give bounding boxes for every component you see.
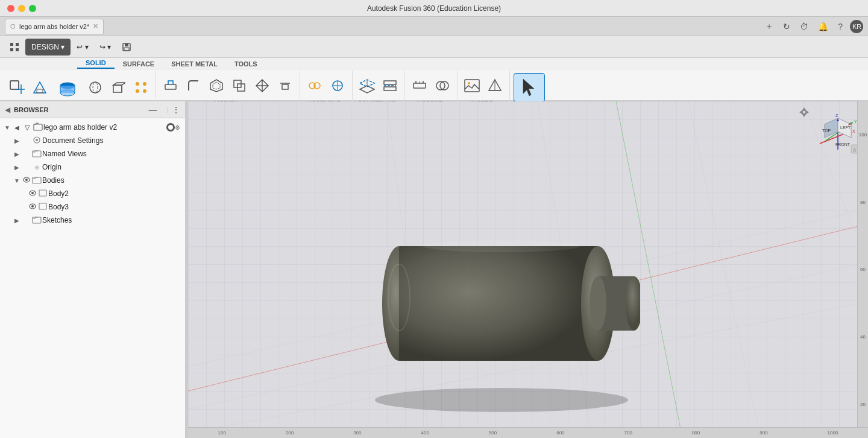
help-button[interactable]: ?	[835, 21, 845, 33]
maximize-button[interactable]	[29, 5, 36, 12]
tree-item-sketches[interactable]: ▶ Sketches	[0, 214, 185, 227]
extrude-button[interactable]	[52, 73, 83, 102]
svg-rect-64	[39, 190, 46, 196]
tree-vis-bodies[interactable]	[22, 176, 31, 185]
undo-button[interactable]: ↩ ▾	[72, 39, 93, 56]
offset-plane-button[interactable]	[356, 74, 378, 97]
tree-icon-bodies	[31, 176, 42, 185]
shell-button[interactable]	[206, 74, 227, 97]
svg-point-17	[90, 82, 101, 93]
insert-image-button[interactable]	[461, 74, 483, 97]
tree-vis-root[interactable]: ◀	[12, 124, 22, 131]
design-menu-button[interactable]: DESIGN ▾	[25, 39, 71, 56]
tree-arrow-doc: ▶	[12, 138, 22, 144]
user-button[interactable]: KR	[850, 20, 863, 33]
tree-settings-root[interactable]: ⚙	[175, 124, 180, 131]
svg-text:⌂: ⌂	[853, 147, 856, 153]
tree-item-named-views[interactable]: ▶ Named Views	[0, 147, 185, 160]
svg-rect-43	[414, 83, 426, 88]
refresh-button[interactable]: ↻	[781, 21, 793, 33]
svg-rect-67	[39, 203, 46, 209]
svg-point-50	[468, 82, 470, 84]
browser-header: ◀ BROWSER — | ⋮	[0, 101, 185, 118]
add-tab-button[interactable]: ＋	[763, 20, 776, 33]
tree-arrow-bodies: ▼	[12, 177, 22, 184]
history-button[interactable]: ⏱	[797, 21, 811, 33]
nav-btn-container	[798, 106, 810, 121]
box-button[interactable]	[107, 76, 129, 99]
tree-vis-body3[interactable]	[28, 203, 37, 211]
grid-menu-button[interactable]	[5, 39, 24, 56]
svg-rect-19	[113, 85, 122, 92]
tree-item-doc-settings[interactable]: ▶ Document Settings	[0, 134, 185, 147]
notification-button[interactable]: 🔔	[816, 21, 831, 33]
tree-vis-body2[interactable]	[28, 189, 37, 198]
select-button[interactable]	[514, 73, 545, 102]
as-built-joint-button[interactable]	[327, 74, 348, 97]
align-button[interactable]	[274, 74, 296, 97]
svg-text:LEFT: LEFT	[840, 125, 851, 130]
file-tab[interactable]: ⬡ lego arm abs holder v2* ✕	[5, 19, 104, 34]
svg-point-22	[136, 82, 139, 86]
close-button[interactable]	[7, 5, 14, 12]
file-tab-close[interactable]: ✕	[93, 22, 98, 30]
tab-solid[interactable]: SOLID	[77, 58, 115, 69]
svg-marker-28	[213, 82, 220, 89]
save-button[interactable]	[117, 39, 136, 56]
svg-point-60	[25, 179, 28, 181]
measure-button[interactable]	[409, 74, 430, 97]
app-title: Autodesk Fusion 360 (Education License)	[367, 4, 501, 13]
title-bar: Autodesk Fusion 360 (Education License)	[0, 0, 868, 17]
tree-item-body2[interactable]: Body2	[0, 187, 185, 200]
tree-label-doc: Document Settings	[42, 136, 180, 145]
joint-button[interactable]	[304, 74, 326, 97]
midplane-button[interactable]	[379, 74, 401, 97]
svg-rect-40	[384, 81, 396, 84]
interference-button[interactable]	[432, 74, 453, 97]
tree-icon-views	[31, 149, 42, 159]
svg-point-83	[590, 276, 606, 331]
tab-surface[interactable]: SURFACE	[115, 59, 163, 69]
svg-point-25	[143, 89, 146, 93]
browser-back-icon: ◀	[5, 106, 10, 114]
svg-rect-5	[125, 43, 128, 46]
tree-item-root[interactable]: ▼ ◀ ▽ lego arm abs holder v2 ⚙	[0, 121, 185, 134]
tree-icon-body2	[37, 189, 48, 198]
tab-bar: ⬡ lego arm abs holder v2* ✕ ＋ ↻ ⏱ 🔔 ? KR	[0, 17, 868, 36]
tree-label-views: Named Views	[42, 150, 180, 158]
tab-sheet-metal[interactable]: SHEET METAL	[163, 59, 226, 69]
svg-rect-2	[10, 48, 13, 51]
tree-item-bodies[interactable]: ▼ Bodies	[0, 174, 185, 187]
view-cube[interactable]: FRONT TOP LEFT Z X Y ⌂	[814, 107, 862, 156]
fillet-button[interactable]	[183, 74, 204, 97]
tree-label-sketches: Sketches	[42, 216, 180, 224]
browser-title: BROWSER	[14, 106, 145, 113]
revolve-button[interactable]	[84, 76, 106, 99]
combine-button[interactable]	[228, 74, 250, 97]
svg-rect-11	[37, 89, 43, 93]
insert-mesh-button[interactable]	[484, 74, 506, 97]
svg-rect-54	[34, 124, 42, 130]
svg-rect-49	[465, 80, 479, 92]
file-tab-name: lego arm abs holder v2*	[19, 23, 89, 30]
pattern-button[interactable]	[130, 76, 152, 99]
tree-arrow-sketches: ▶	[12, 217, 22, 224]
tree-label-origin: Origin	[42, 163, 180, 171]
svg-point-57	[36, 139, 38, 141]
tree-arrow-views: ▶	[12, 151, 22, 157]
create-sketch-button[interactable]	[29, 76, 51, 99]
tree-item-body3[interactable]: Body3	[0, 200, 185, 214]
tree-item-origin[interactable]: ▶ ⊕ Origin	[0, 160, 185, 174]
toolbar: SOLID SURFACE SHEET METAL TOOLS	[0, 58, 868, 101]
redo-button[interactable]: ↪ ▾	[95, 39, 116, 56]
move-button[interactable]	[251, 74, 273, 97]
viewport[interactable]: FRONT TOP LEFT Z X Y ⌂	[188, 101, 868, 438]
press-pull-button[interactable]	[160, 74, 181, 97]
browser-resize-handle[interactable]: ⋮	[172, 105, 180, 115]
browser-tree: ▼ ◀ ▽ lego arm abs holder v2 ⚙ ▶	[0, 118, 185, 438]
minimize-button[interactable]	[18, 5, 25, 12]
browser-collapse-button[interactable]: —	[148, 105, 157, 115]
tab-tools[interactable]: TOOLS	[226, 59, 266, 69]
window-controls	[7, 5, 36, 12]
new-component-button[interactable]	[6, 76, 28, 99]
